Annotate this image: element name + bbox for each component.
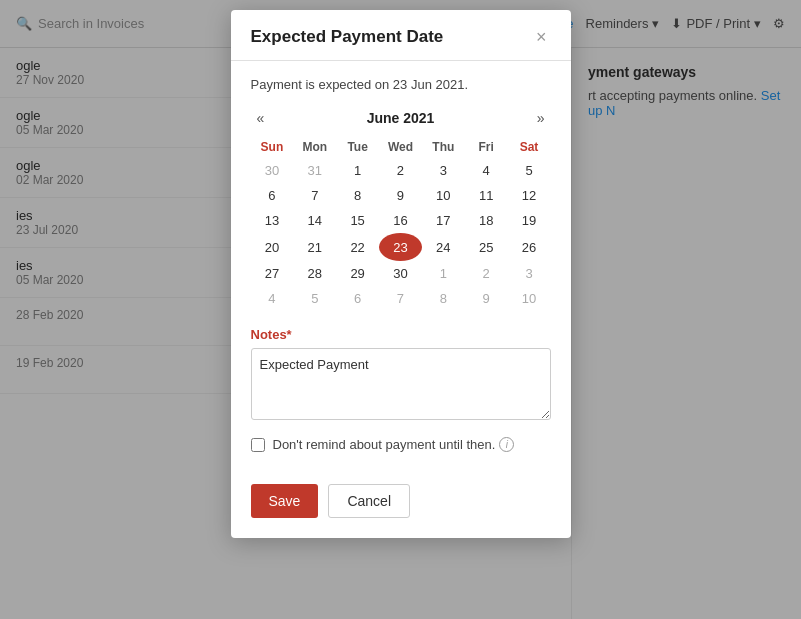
calendar-nav: « June 2021 »: [251, 108, 551, 128]
calendar-day[interactable]: 1: [336, 158, 379, 183]
calendar-day[interactable]: 9: [465, 286, 508, 311]
calendar-day[interactable]: 2: [465, 261, 508, 286]
calendar-day[interactable]: 25: [465, 233, 508, 261]
save-button[interactable]: Save: [251, 484, 319, 518]
calendar-day[interactable]: 10: [422, 183, 465, 208]
calendar-day[interactable]: 30: [379, 261, 422, 286]
calendar-day[interactable]: 14: [293, 208, 336, 233]
day-header-thu: Thu: [422, 136, 465, 158]
modal-header: Expected Payment Date ×: [231, 10, 571, 61]
calendar-day[interactable]: 4: [465, 158, 508, 183]
calendar-day[interactable]: 28: [293, 261, 336, 286]
calendar-day[interactable]: 6: [251, 183, 294, 208]
calendar-day[interactable]: 12: [508, 183, 551, 208]
calendar-day[interactable]: 6: [336, 286, 379, 311]
calendar-day[interactable]: 5: [293, 286, 336, 311]
calendar-day[interactable]: 26: [508, 233, 551, 261]
day-header-tue: Tue: [336, 136, 379, 158]
calendar-day[interactable]: 29: [336, 261, 379, 286]
calendar-day[interactable]: 7: [379, 286, 422, 311]
close-button[interactable]: ×: [532, 26, 551, 48]
expected-payment-modal: Expected Payment Date × Payment is expec…: [231, 10, 571, 538]
calendar-day[interactable]: 16: [379, 208, 422, 233]
reminder-label: Don't remind about payment until then. i: [273, 437, 515, 452]
modal-footer: Save Cancel: [231, 484, 571, 518]
calendar-day[interactable]: 3: [422, 158, 465, 183]
calendar-day[interactable]: 2: [379, 158, 422, 183]
calendar-day[interactable]: 21: [293, 233, 336, 261]
calendar-day[interactable]: 15: [336, 208, 379, 233]
calendar-day[interactable]: 8: [422, 286, 465, 311]
calendar: « June 2021 » Sun Mon Tue Wed Thu Fri Sa…: [251, 108, 551, 311]
calendar-day[interactable]: 1: [422, 261, 465, 286]
day-header-mon: Mon: [293, 136, 336, 158]
reminder-row: Don't remind about payment until then. i: [251, 437, 551, 452]
calendar-day[interactable]: 3: [508, 261, 551, 286]
calendar-day[interactable]: 27: [251, 261, 294, 286]
calendar-day[interactable]: 5: [508, 158, 551, 183]
calendar-day[interactable]: 19: [508, 208, 551, 233]
calendar-day[interactable]: 8: [336, 183, 379, 208]
next-month-button[interactable]: »: [531, 108, 551, 128]
cancel-button[interactable]: Cancel: [328, 484, 410, 518]
calendar-month-label: June 2021: [367, 110, 435, 126]
calendar-day[interactable]: 4: [251, 286, 294, 311]
info-icon[interactable]: i: [499, 437, 514, 452]
calendar-day[interactable]: 9: [379, 183, 422, 208]
notes-textarea[interactable]: Expected Payment: [251, 348, 551, 420]
prev-month-button[interactable]: «: [251, 108, 271, 128]
calendar-day[interactable]: 23: [379, 233, 422, 261]
calendar-day[interactable]: 13: [251, 208, 294, 233]
calendar-day[interactable]: 18: [465, 208, 508, 233]
calendar-day[interactable]: 31: [293, 158, 336, 183]
notes-label: Notes*: [251, 327, 551, 342]
calendar-day[interactable]: 7: [293, 183, 336, 208]
calendar-day[interactable]: 17: [422, 208, 465, 233]
calendar-grid: Sun Mon Tue Wed Thu Fri Sat 303112345678…: [251, 136, 551, 311]
calendar-day[interactable]: 22: [336, 233, 379, 261]
payment-info-text: Payment is expected on 23 Jun 2021.: [251, 77, 551, 92]
day-header-sat: Sat: [508, 136, 551, 158]
calendar-day[interactable]: 24: [422, 233, 465, 261]
calendar-day[interactable]: 20: [251, 233, 294, 261]
day-header-sun: Sun: [251, 136, 294, 158]
day-header-wed: Wed: [379, 136, 422, 158]
reminder-checkbox[interactable]: [251, 438, 265, 452]
modal-body: Payment is expected on 23 Jun 2021. « Ju…: [231, 61, 571, 484]
calendar-day[interactable]: 11: [465, 183, 508, 208]
modal-title: Expected Payment Date: [251, 27, 444, 47]
day-header-fri: Fri: [465, 136, 508, 158]
calendar-day[interactable]: 10: [508, 286, 551, 311]
calendar-day[interactable]: 30: [251, 158, 294, 183]
